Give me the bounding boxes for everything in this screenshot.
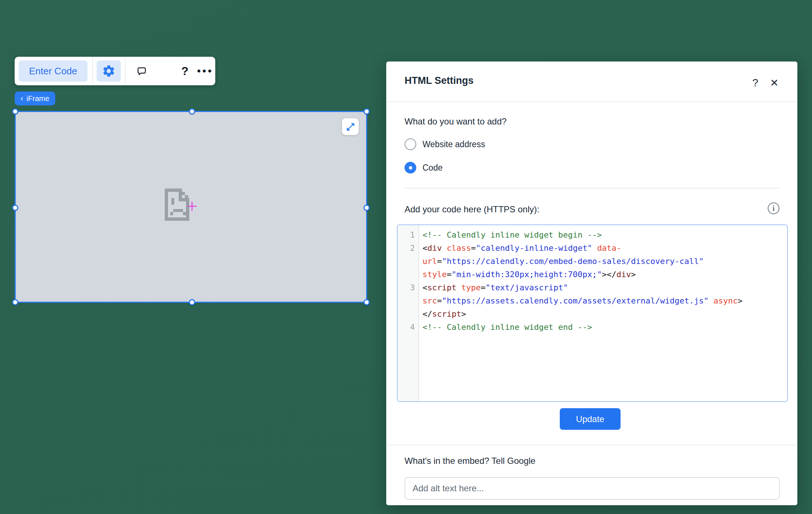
code-token-attr: class: [447, 243, 471, 253]
resize-handle-bottom-right[interactable]: [364, 299, 370, 305]
panel-close-button[interactable]: ✕: [767, 76, 782, 89]
section-divider: [405, 188, 780, 189]
line-number: [398, 308, 419, 321]
code-text: <div class="calendly-inline-widget" data…: [419, 242, 621, 255]
code-token-str: "min-width:320px;height:700px;": [451, 270, 602, 279]
code-token-plain: [457, 283, 461, 292]
resize-handle-top-middle[interactable]: [189, 108, 195, 115]
iframe-element[interactable]: [15, 111, 367, 303]
breadcrumb-label: iFrame: [26, 94, 49, 103]
code-text: <script type="text/javascript": [419, 281, 568, 294]
line-number: [398, 294, 419, 308]
panel-help-button[interactable]: ?: [749, 76, 762, 89]
code-line: style="min-width:320px;height:700px;"></…: [398, 268, 787, 281]
code-token-attr: style: [422, 270, 447, 279]
html-settings-panel: HTML Settings ? ✕ What do you want to ad…: [386, 62, 797, 505]
comment-button[interactable]: [134, 60, 149, 82]
line-number: 4: [398, 321, 419, 334]
help-button[interactable]: ?: [176, 60, 193, 82]
line-number: 3: [398, 281, 419, 294]
toolbar-divider: [125, 57, 126, 85]
code-token-str: "text/javascript": [485, 283, 568, 292]
code-token-plain: </: [422, 309, 432, 319]
code-line: src="https://assets.calendly.com/assets/…: [398, 294, 787, 308]
code-token-str: "calendly-inline-widget": [476, 243, 592, 253]
code-line: 4<!-- Calendly inline widget end -->: [398, 321, 787, 334]
section-divider: [386, 445, 797, 446]
code-token-plain: <: [422, 283, 427, 292]
info-icon[interactable]: i: [768, 202, 779, 214]
code-token-plain: <: [422, 243, 427, 253]
chevron-left-icon: ‹: [21, 94, 23, 103]
radio-option-label: Code: [422, 163, 443, 173]
code-token-plain: =: [437, 296, 442, 305]
line-number: [398, 255, 419, 268]
code-line: 2<div class="calendly-inline-widget" dat…: [398, 242, 787, 255]
code-line: 1<!-- Calendly inline widget begin -->: [398, 228, 787, 242]
line-number: 1: [398, 228, 419, 242]
radio-selected-icon[interactable]: [405, 162, 416, 174]
code-token-plain: >: [461, 309, 466, 319]
code-line: url="https://calendly.com/embed-demo-sal…: [398, 255, 787, 268]
code-token-tag: script: [427, 283, 456, 292]
embed-section-heading: What's in the embed? Tell Google: [405, 456, 536, 466]
code-token-attr: type: [461, 283, 481, 292]
code-token-plain: =: [447, 270, 451, 279]
resize-handle-top-right[interactable]: [364, 108, 370, 115]
expand-diagonal-icon: [346, 122, 355, 132]
selection-toolbar: Enter Code ? •••: [15, 57, 215, 85]
radio-option-code[interactable]: Code: [405, 162, 443, 174]
resize-handle-bottom-left[interactable]: [12, 299, 18, 305]
code-token-plain: [592, 243, 597, 253]
panel-title: HTML Settings: [405, 75, 474, 86]
update-button[interactable]: Update: [560, 408, 621, 430]
code-text: src="https://assets.calendly.com/assets/…: [419, 294, 742, 308]
code-line: </script>: [398, 308, 787, 321]
resize-handle-bottom-middle[interactable]: [189, 299, 195, 305]
code-token-attr: src: [422, 296, 437, 305]
code-token-comment: <!-- Calendly inline widget end -->: [422, 323, 592, 332]
code-token-plain: ></: [602, 270, 617, 279]
code-token-attr: async: [714, 296, 738, 305]
resize-handle-right-middle[interactable]: [364, 205, 370, 211]
speech-bubble-icon: [137, 65, 147, 77]
stretch-button[interactable]: [342, 118, 359, 135]
code-line: 3<script type="text/javascript": [398, 281, 787, 294]
code-token-plain: =: [437, 257, 442, 266]
code-section-heading: Add your code here (HTTPS only):: [405, 204, 539, 215]
code-token-plain: =: [481, 283, 485, 292]
code-token-plain: >: [631, 270, 636, 279]
more-options-button[interactable]: •••: [193, 60, 215, 82]
code-token-plain: [442, 243, 447, 253]
code-token-comment: <!-- Calendly inline widget begin -->: [422, 230, 602, 239]
code-token-plain: >: [738, 296, 742, 305]
alt-text-input[interactable]: [405, 477, 780, 500]
code-token-plain: =: [471, 243, 476, 253]
toolbar-divider: [92, 57, 93, 85]
radio-unselected-icon[interactable]: [405, 138, 416, 150]
code-token-attr: data-: [597, 243, 621, 253]
code-text: </script>: [419, 308, 466, 321]
resize-handle-top-left[interactable]: [12, 108, 18, 115]
code-token-tag: script: [432, 309, 461, 319]
header-divider: [386, 101, 797, 102]
radio-dot: [409, 166, 412, 170]
question-mark-icon: ?: [181, 64, 189, 78]
code-text: url="https://calendly.com/embed-demo-sal…: [419, 255, 704, 268]
code-token-tag: div: [427, 243, 442, 253]
code-token-str: "https://calendly.com/embed-demo-sales/d…: [442, 257, 704, 266]
code-content: 1<!-- Calendly inline widget begin -->2<…: [398, 228, 787, 334]
settings-gear-button[interactable]: [97, 60, 121, 82]
gear-icon: [102, 64, 116, 78]
breadcrumb-iframe-badge[interactable]: ‹ iFrame: [15, 92, 55, 105]
code-text: style="min-width:320px;height:700px;"></…: [419, 268, 636, 281]
enter-code-button[interactable]: Enter Code: [19, 60, 87, 82]
radio-option-website-address[interactable]: Website address: [405, 138, 485, 150]
code-token-str: "https://assets.calendly.com/assets/exte…: [442, 296, 708, 305]
line-number: 2: [398, 242, 419, 255]
add-section-heading: What do you want to add?: [405, 116, 507, 127]
code-editor[interactable]: 1<!-- Calendly inline widget begin -->2<…: [397, 224, 788, 402]
resize-handle-left-middle[interactable]: [12, 205, 18, 211]
radio-option-label: Website address: [422, 139, 485, 149]
line-number: [398, 268, 419, 281]
